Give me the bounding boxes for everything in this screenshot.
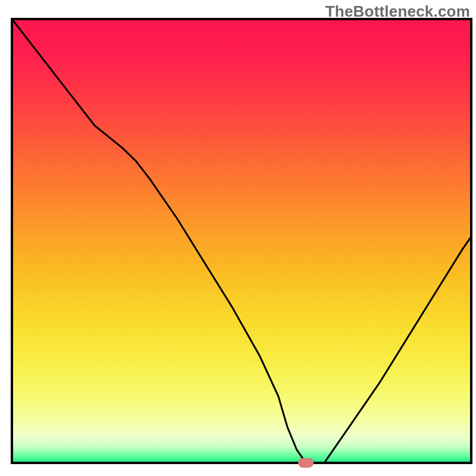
plot-background bbox=[12, 19, 471, 463]
optimal-point-marker bbox=[298, 458, 314, 468]
bottleneck-chart bbox=[0, 0, 476, 476]
chart-container: TheBottleneck.com bbox=[0, 0, 476, 476]
